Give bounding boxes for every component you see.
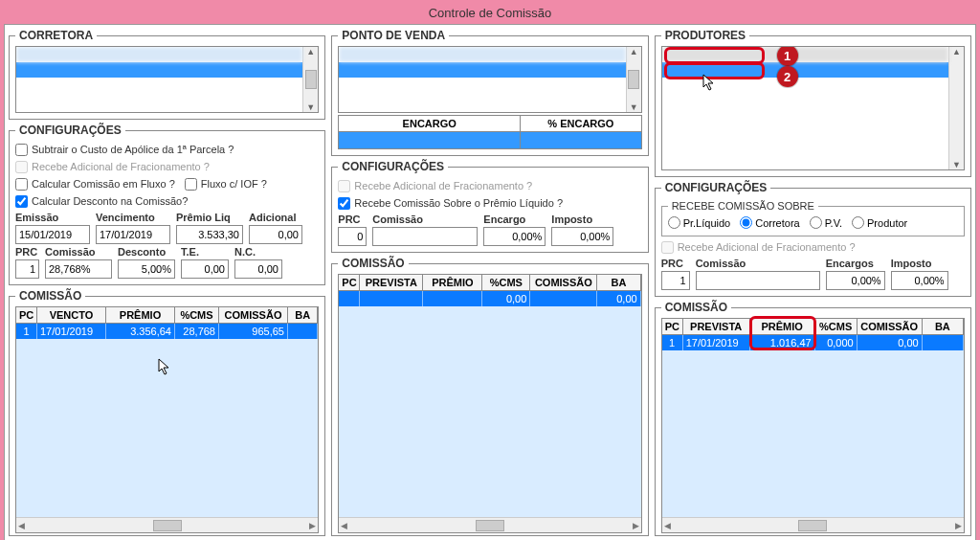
input-encargo-pdv[interactable] [483,227,546,246]
input-prc-pdv[interactable] [338,227,367,246]
grid-comissao-pdv[interactable]: PC PREVISTA PRÊMIO %CMS COMISSÃO BA 0,00 [338,274,641,533]
app-frame: CORRETORA ▲▼ CONFIGURAÇÕES Subtrair o Cu… [4,24,976,540]
lbl-emissao: Emissão [15,212,90,225]
radio-produtor[interactable]: Produtor [852,216,907,229]
grid-comissao-corretora[interactable]: PC VENCTO PRÊMIO %CMS COMISSÃO BA 1 17/0… [15,306,319,533]
produtores-listbox[interactable]: ▲▼ 1 2 [661,46,965,170]
lbl-prc-prod: PRC [661,258,690,271]
scrollbar-horizontal[interactable]: ◀▶ [16,517,318,532]
comissao2-fieldset: COMISSÃO PC PREVISTA PRÊMIO %CMS COMISSÃ… [331,257,648,536]
input-nc[interactable] [234,259,282,279]
radio-pv[interactable]: P.V. [810,216,842,229]
col-encargo: ENCARGO [339,116,521,132]
cb-recebe-adicional: Recebe Adicional de Fracionamento ? [15,158,319,175]
input-imposto-pdv[interactable] [551,227,613,246]
col-ba: BA [597,275,640,290]
scrollbar-vertical[interactable]: ▲▼ [948,47,964,169]
pdv-listbox[interactable]: ▲▼ [338,46,641,113]
col-pc: PC [662,319,683,334]
col-pct-encargo: % ENCARGO [521,116,642,132]
lbl-te: T.E. [181,246,229,259]
input-te[interactable] [181,259,229,279]
comissao3-legend: COMISSÃO [661,301,731,314]
lbl-prc-pdv: PRC [338,214,367,227]
scrollbar-horizontal[interactable]: ◀▶ [339,517,640,532]
input-comissao-prod[interactable] [696,271,820,290]
lbl-vencimento: Vencimento [96,212,170,225]
pdv-fieldset: PONTO DE VENDA ▲▼ ENCARGO% ENCARGO [331,29,648,156]
col-prevista: PREVISTA [683,319,750,334]
lbl-encargo-pdv: Encargo [483,214,546,227]
column-corretora: CORRETORA ▲▼ CONFIGURAÇÕES Subtrair o Cu… [9,29,325,536]
config2-fieldset: CONFIGURAÇÕES Recebe Adicional de Fracio… [331,160,648,253]
cb-calcular-fluxo[interactable]: Calcular Comissão em Fluxo ? [15,175,175,192]
input-premio-liq[interactable] [176,225,243,244]
table-row[interactable]: 0,00 0,00 [339,291,640,306]
table-row[interactable]: 1 17/01/2019 1.016,47 0,000 0,00 [662,335,964,350]
col-ba: BA [288,307,318,323]
encargo-table: ENCARGO% ENCARGO [338,115,641,149]
config3-legend: CONFIGURAÇÕES [661,181,771,194]
column-pdv: PONTO DE VENDA ▲▼ ENCARGO% ENCARGO CONFI… [331,29,648,536]
config1-fieldset: CONFIGURAÇÕES Subtrair o Custo de Apólic… [9,124,325,285]
config3-fieldset: CONFIGURAÇÕES RECEBE COMISSÃO SOBRE Pr.L… [655,181,971,297]
cell-encargo[interactable] [339,132,521,149]
input-emissao[interactable] [15,225,90,244]
grid-comissao-produtores[interactable]: PC PREVISTA PRÊMIO %CMS COMISSÃO BA 1 17… [661,318,965,533]
scrollbar-vertical[interactable]: ▲▼ [626,47,641,112]
comissao3-fieldset: COMISSÃO PC PREVISTA PRÊMIO %CMS COMISSÃ… [655,301,971,536]
corretora-listbox[interactable]: ▲▼ [15,46,319,113]
corretora-fieldset: CORRETORA ▲▼ [9,29,325,120]
comissao2-legend: COMISSÃO [338,257,408,270]
col-pc: PC [16,307,37,323]
list-item[interactable] [16,47,302,62]
input-vencimento[interactable] [96,225,170,244]
recebe-sobre-fieldset: RECEBE COMISSÃO SOBRE Pr.Líquido Correto… [661,200,965,236]
corretora-legend: CORRETORA [15,29,97,42]
lbl-comissao: Comissão [45,246,112,259]
lbl-nc: N.C. [234,246,282,259]
list-item[interactable] [339,47,625,62]
input-encargos-prod[interactable] [826,271,885,290]
col-cms: %CMS [175,307,219,323]
list-item-selected[interactable] [339,62,625,78]
lbl-desconto: Desconto [118,246,175,259]
col-cms: %CMS [482,275,530,290]
radio-pr-liquido[interactable]: Pr.Líquido [668,216,731,229]
col-cms: %CMS [815,319,858,334]
list-item[interactable] [662,47,948,62]
lbl-comissao-prod: Comissão [696,258,820,271]
input-comissao[interactable] [45,259,112,279]
input-desconto[interactable] [118,259,175,279]
col-comissao: COMISSÃO [858,319,923,334]
input-prc[interactable] [15,259,39,279]
input-comissao-pdv[interactable] [372,227,478,246]
config2-legend: CONFIGURAÇÕES [338,160,448,173]
scrollbar-horizontal[interactable]: ◀▶ [662,517,964,532]
cb-recebe-com-liq[interactable]: Recebe Comissão Sobre o Prêmio Líquido ? [338,194,641,212]
input-prc-prod[interactable] [661,271,690,290]
col-comissao: COMISSÃO [219,307,288,323]
cb-calcular-desconto[interactable]: Calcular Desconto na Comissão? [15,192,319,210]
cb-subtrair-custo[interactable]: Subtrair o Custo de Apólice da 1ª Parcel… [15,141,319,158]
window-title: Controle de Comissão [4,4,976,24]
produtores-fieldset: PRODUTORES ▲▼ 1 2 [655,29,971,177]
input-imposto-prod[interactable] [891,271,948,290]
radio-corretora[interactable]: Corretora [740,216,799,229]
cb-fluxo-iof[interactable]: Fluxo c/ IOF ? [185,175,267,192]
config1-legend: CONFIGURAÇÕES [15,124,125,137]
col-premio: PRÊMIO [750,319,815,334]
lbl-prc: PRC [15,246,39,259]
input-adicional[interactable] [249,225,302,244]
list-item-selected[interactable] [16,62,302,78]
comissao1-fieldset: COMISSÃO PC VENCTO PRÊMIO %CMS COMISSÃO … [9,289,325,536]
col-premio: PRÊMIO [106,307,175,323]
lbl-encargos-prod: Encargos [826,258,885,271]
scrollbar-vertical[interactable]: ▲▼ [302,47,318,112]
lbl-adicional: Adicional [249,212,302,225]
list-item-selected[interactable] [662,62,948,78]
lbl-imposto-pdv: Imposto [551,214,613,227]
column-produtores: PRODUTORES ▲▼ 1 2 CONFIGURAÇÕES RECEBE C… [655,29,971,536]
table-row[interactable]: 1 17/01/2019 3.356,64 28,768 965,65 [16,324,318,339]
cell-pct-encargo[interactable] [521,132,642,149]
